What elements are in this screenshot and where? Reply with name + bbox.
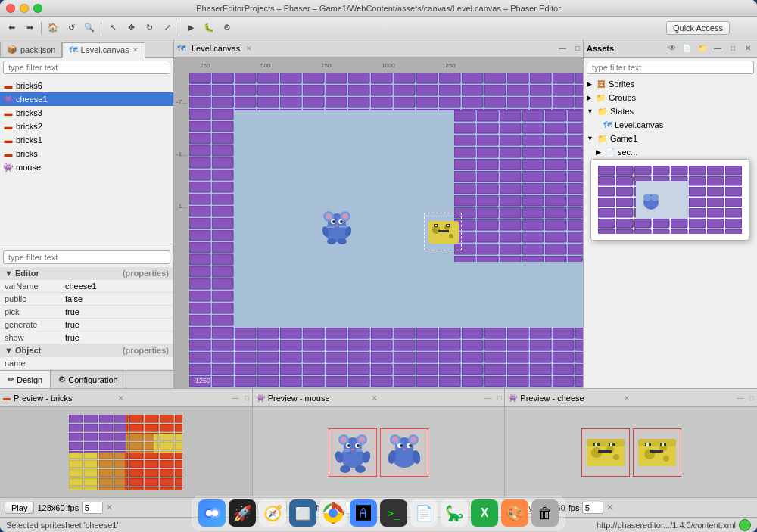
props-val-varname: cheese1 (61, 280, 173, 293)
tree-item-cheese1[interactable]: 👾 cheese1 (0, 92, 173, 106)
preview-bricks-footer-close[interactable]: ✕ (106, 502, 113, 512)
macos-dock: 🚀 🧭 ⬜ 🅰 >_ 📄 🦕 X 🎨 🗑 (192, 496, 565, 530)
dock-chrome[interactable] (319, 499, 347, 527)
preview-mouse-maximize[interactable]: □ (497, 394, 501, 402)
toolbar-zoom[interactable]: 🔍 (81, 20, 98, 36)
tab-level-canvas-close[interactable]: ✕ (132, 46, 139, 54)
assets-eye-btn[interactable]: 👁 (666, 42, 678, 54)
toolbar-forward[interactable]: ➡ (21, 20, 38, 36)
assets-minimize-btn[interactable]: — (712, 42, 724, 54)
tab-level-canvas[interactable]: 🗺 Level.canvas ✕ (62, 42, 145, 58)
tree-item-mouse[interactable]: 👾 mouse (0, 160, 173, 174)
canvas-maximize[interactable]: □ (575, 44, 580, 52)
preview-bricks-minimize[interactable]: — (232, 394, 238, 402)
dock-dino[interactable]: 🦕 (441, 499, 468, 527)
preview-cheese-maximize[interactable]: □ (750, 394, 754, 402)
tree-item-bricks2[interactable]: ▬ bricks2 (0, 120, 173, 133)
props-key-pick: pick (0, 306, 61, 319)
dock-safari[interactable]: 🧭 (259, 499, 286, 527)
preview-cheese-fps-input[interactable] (582, 502, 603, 514)
toolbar-run[interactable]: ▶ (182, 20, 199, 36)
toolbar-settings[interactable]: ⚙ (219, 20, 235, 36)
preview-cheese-header: 👾 Preview - cheese ✕ — □ (505, 389, 757, 407)
assets-new-btn[interactable]: 📄 (681, 42, 693, 54)
preview-bricks-close-tab[interactable]: ✕ (118, 394, 124, 402)
assets-item-groups[interactable]: ▶ 📁 Groups (584, 91, 757, 104)
dock-launchpad[interactable]: 🚀 (229, 499, 256, 527)
props-key-varname: varName (0, 280, 61, 293)
toolbar-refresh[interactable]: ↺ (63, 20, 79, 36)
canvas-minimize[interactable]: — (559, 44, 566, 52)
assets-item-game1[interactable]: ▼ 📁 Game1 (584, 132, 757, 145)
toolbar-sep-1 (41, 22, 42, 34)
preview-cheese-content (505, 407, 757, 497)
canvas-editor: 🗺 Level.canvas ✕ — □ 250 500 750 1000 12… (174, 39, 583, 388)
svg-point-103 (663, 456, 669, 462)
brick-icon: ▬ (3, 107, 14, 118)
preview-cheese-title: Preview - cheese (520, 394, 621, 403)
svg-point-24 (327, 238, 336, 244)
dock-appstore[interactable]: 🅰 (350, 499, 377, 527)
dock-files[interactable]: 📄 (410, 499, 438, 527)
assets-item-sec[interactable]: ▶ 📄 sec... (584, 145, 757, 159)
assets-item-level-canvas[interactable]: 🗺 Level.canvas (584, 118, 757, 132)
toolbar-back[interactable]: ⬅ (3, 20, 20, 36)
preview-bricks-maximize[interactable]: □ (245, 394, 248, 402)
tree-item-bricks1[interactable]: ▬ bricks1 (0, 133, 173, 147)
dock-excel[interactable]: X (471, 499, 498, 527)
preview-mouse-close-tab[interactable]: ✕ (372, 394, 378, 402)
tab-pack-json[interactable]: 📦 pack.json (0, 42, 62, 57)
preview-cheese-minimize[interactable]: — (737, 394, 744, 402)
svg-point-19 (335, 225, 338, 227)
preview-bricks-content (0, 407, 252, 497)
assets-folder-btn[interactable]: 📁 (696, 42, 709, 54)
tab-design[interactable]: ✏ Design (0, 371, 51, 388)
toolbar-scale[interactable]: ⤢ (159, 20, 176, 36)
assets-item-sprites[interactable]: ▶ 🖼 Sprites (584, 77, 757, 91)
props-filter-input[interactable] (3, 250, 170, 264)
assets-label-level-canvas: Level.canvas (615, 120, 663, 129)
dock-mission-control[interactable]: ⬜ (289, 499, 316, 527)
props-row-varname: varName cheese1 (0, 280, 173, 293)
dock-paint[interactable]: 🎨 (501, 499, 528, 527)
tree-item-bricks[interactable]: ▬ bricks (0, 147, 173, 160)
svg-point-73 (355, 465, 366, 473)
minimize-button[interactable] (20, 4, 29, 13)
props-row-name: name (0, 357, 173, 370)
quick-access-button[interactable]: Quick Access (666, 21, 730, 35)
preview-bricks-play[interactable]: Play (5, 502, 34, 514)
dock-terminal[interactable]: >_ (380, 499, 407, 527)
toolbar-cursor[interactable]: ↖ (104, 20, 121, 36)
assets-filter-input[interactable] (587, 61, 754, 74)
tab-configuration[interactable]: ⚙ Configuration (51, 371, 126, 388)
main-window: PhaserEditorProjects – Phaser – Game1/We… (0, 0, 757, 532)
dock-finder[interactable] (198, 499, 226, 527)
preview-bricks-fps-input[interactable] (82, 502, 103, 514)
assets-close-btn[interactable]: ✕ (742, 42, 754, 54)
preview-mouse-header: 👾 Preview - mouse ✕ — □ (253, 389, 505, 407)
canvas-y-label: -1250 (193, 377, 210, 384)
toolbar-home[interactable]: 🏠 (45, 20, 61, 36)
tree-item-bricks3[interactable]: ▬ bricks3 (0, 106, 173, 120)
close-button[interactable] (6, 4, 15, 13)
canvas-area[interactable]: -7... -1... -1... (174, 73, 583, 388)
svg-point-113 (212, 510, 218, 516)
tree-item-label: bricks6 (16, 81, 42, 90)
tree-filter-input[interactable] (3, 61, 170, 74)
maximize-button[interactable] (33, 4, 42, 13)
toolbar-rotate[interactable]: ↻ (141, 20, 157, 36)
preview-cheese-footer-close[interactable]: ✕ (606, 502, 613, 512)
toolbar-move[interactable]: ✥ (123, 20, 139, 36)
tree-item-bricks6[interactable]: ▬ bricks6 (0, 79, 173, 92)
preview-mouse-minimize[interactable]: — (484, 394, 491, 402)
assets-item-states[interactable]: ▼ 📁 States (584, 104, 757, 118)
assets-maximize-btn[interactable]: □ (727, 42, 739, 54)
toolbar-debug[interactable]: 🐛 (201, 20, 217, 36)
preview-bricks-icon: ▬ (3, 394, 11, 402)
preview-cheese-close-tab[interactable]: ✕ (624, 394, 630, 402)
canvas-close[interactable]: ✕ (246, 45, 252, 52)
svg-rect-96 (595, 443, 597, 446)
design-tab-label: Design (17, 375, 42, 384)
dock-trash[interactable]: 🗑 (531, 499, 559, 527)
toolbar-sep-3 (179, 22, 179, 34)
